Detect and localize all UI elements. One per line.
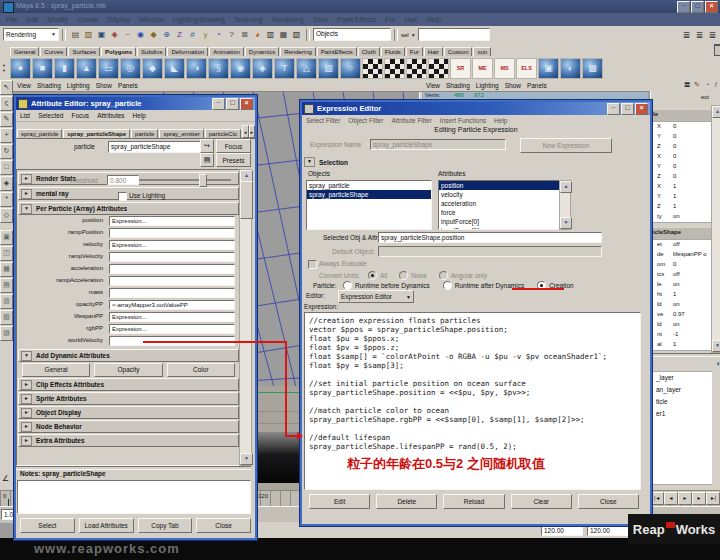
selection-section-header[interactable]: Selection: [304, 156, 504, 168]
convert-units-radio[interactable]: None: [399, 271, 427, 280]
scroll-down-icon[interactable]: ▼: [712, 340, 720, 352]
checker-map-icon-4[interactable]: [428, 58, 449, 79]
attribute-value-field[interactable]: Expression...: [109, 324, 235, 334]
attribute-editor-title-bar[interactable]: Attribute Editor: spray_particle: [16, 97, 255, 110]
shelf-tab[interactable]: PaintEffects: [317, 47, 357, 56]
threshold-slider-handle[interactable]: [199, 174, 207, 187]
construction-history-icon[interactable]: Z: [173, 28, 186, 42]
go-to-end-button[interactable]: ►|: [706, 492, 720, 505]
attribute-value-field[interactable]: [109, 288, 235, 298]
channel-box-menu-fragment[interactable]: ect: [701, 94, 709, 100]
panel-menu-item[interactable]: Panels: [527, 82, 547, 89]
checker-map-icon-2[interactable]: [384, 58, 405, 79]
node-name-field[interactable]: spray_particleShape: [108, 141, 202, 153]
quick-select-input[interactable]: [418, 28, 490, 41]
playback-end-field[interactable]: 120.00: [587, 525, 629, 536]
layer-icon[interactable]: ◐: [716, 359, 720, 368]
attribute-editor-tab[interactable]: spray_emitter: [159, 129, 203, 138]
shelf-tab[interactable]: Fur: [406, 47, 423, 56]
shelf-tab[interactable]: Deformation: [167, 47, 208, 56]
shelf-tab[interactable]: Hair: [424, 47, 443, 56]
channel-row[interactable]: om0: [652, 260, 712, 270]
menu-item[interactable]: Help: [494, 117, 507, 124]
add-dynamic-button[interactable]: General: [22, 363, 90, 377]
single-pane-layout-icon[interactable]: ▣: [0, 230, 13, 245]
threshold-slider[interactable]: [139, 179, 231, 181]
channel-row[interactable]: etoff: [652, 240, 712, 250]
color-wheel-icon[interactable]: ◕: [251, 28, 264, 42]
show-channel-box-icon[interactable]: ≣: [706, 28, 719, 42]
playback-start-field[interactable]: 120.00: [541, 525, 583, 536]
ipr-render-icon[interactable]: ▦: [277, 28, 290, 42]
menu-item[interactable]: Fur: [385, 16, 396, 23]
snap-to-points-icon[interactable]: ◉: [134, 28, 147, 42]
attribute-editor-tab[interactable]: spray_particleShape: [63, 129, 130, 138]
menu-set-selector[interactable]: Rendering ▼: [3, 28, 59, 41]
last-tool-icon[interactable]: ◇: [0, 208, 13, 223]
presets-button[interactable]: Presets: [216, 153, 251, 167]
minimize-button[interactable]: [212, 98, 225, 110]
viewport-right[interactable]: Verts: 486 972: [422, 91, 648, 100]
poly-combine-icon[interactable]: ▧: [318, 58, 339, 79]
menu-item[interactable]: Texturing: [234, 16, 262, 23]
attribute-value-field[interactable]: Expression...: [109, 240, 235, 250]
expression-name-field[interactable]: spray_particleShape: [370, 139, 506, 150]
layer-row[interactable]: an_layer: [652, 384, 712, 396]
multi-layout-icon[interactable]: ▨: [0, 326, 13, 341]
lasso-select-tool-icon[interactable]: ς: [0, 96, 13, 111]
maximize-button[interactable]: [226, 98, 239, 110]
scroll-down-icon[interactable]: ▼: [240, 453, 253, 465]
attribute-list-item[interactable]: inputForce[1]: [439, 226, 559, 230]
play-button[interactable]: ►: [678, 492, 692, 505]
poly-platonic-icon[interactable]: ◈: [252, 58, 273, 79]
channel-row[interactable]: tyon: [652, 212, 712, 222]
expand-arrow-icon[interactable]: [21, 189, 32, 199]
chevron-down-icon[interactable]: ▼: [411, 32, 416, 38]
channel-row[interactable]: Z1: [652, 202, 712, 212]
go-to-start-button[interactable]: |◄: [650, 492, 664, 505]
attribute-value-field[interactable]: <-arrayMapper3.outValuePP: [109, 300, 235, 310]
menu-item[interactable]: List: [20, 112, 30, 119]
particle-mode-radio[interactable]: Runtime before Dynamics: [343, 281, 430, 290]
always-evaluate-checkbox[interactable]: [308, 260, 317, 269]
channel-row[interactable]: Y0: [652, 132, 712, 142]
expand-arrow-icon[interactable]: [21, 422, 32, 432]
attribute-value-field[interactable]: Expression...: [109, 312, 235, 322]
shelf-tab[interactable]: Cloth: [358, 47, 380, 56]
panel-menu-item[interactable]: Shading: [37, 82, 61, 89]
close-button[interactable]: [705, 1, 718, 13]
shelf-tab[interactable]: Animation: [209, 47, 244, 56]
expression-editor-title-bar[interactable]: Expression Editor: [302, 102, 650, 115]
menu-item[interactable]: Help: [133, 112, 146, 119]
snap-to-view-planes-icon[interactable]: ◆: [147, 28, 160, 42]
render-settings-icon[interactable]: ▧: [290, 28, 303, 42]
panel-menu-item[interactable]: Show: [505, 82, 521, 89]
section-header-per-particle[interactable]: Per Particle (Array) Attributes: [18, 202, 239, 215]
expand-arrow-icon[interactable]: [21, 380, 32, 390]
checker-map-icon-1[interactable]: [362, 58, 383, 79]
attribute-value-field[interactable]: Expression...: [109, 216, 235, 226]
paint-effects-icon[interactable]: y: [199, 28, 212, 42]
menu-item[interactable]: Create: [77, 16, 98, 23]
channel-row[interactable]: al1: [652, 340, 712, 350]
channel-row[interactable]: ht1: [652, 290, 712, 300]
object-list-item[interactable]: spray_particleShape: [307, 190, 431, 199]
dialog-button[interactable]: Delete: [376, 494, 437, 509]
poly-cone-icon[interactable]: ▲: [76, 58, 97, 79]
dialog-button[interactable]: Reload: [443, 494, 504, 509]
collapse-arrow-icon[interactable]: [304, 157, 315, 167]
channel-row[interactable]: X1: [652, 182, 712, 192]
use-lighting-checkbox[interactable]: [118, 192, 127, 201]
convert-units-radio[interactable]: All: [368, 271, 387, 280]
show-tool-settings-icon[interactable]: ≣: [693, 28, 706, 42]
focus-button[interactable]: Focus: [216, 139, 251, 153]
channel-row[interactable]: nt-1: [652, 330, 712, 340]
menu-item[interactable]: Select Filter: [306, 117, 340, 124]
dialog-button[interactable]: Close: [196, 518, 251, 533]
pencil-icon[interactable]: ✎: [692, 78, 702, 92]
open-scene-icon[interactable]: ▨: [82, 28, 95, 42]
new-expression-button[interactable]: New Expression: [520, 138, 612, 153]
poly-plane-icon[interactable]: ▭: [98, 58, 119, 79]
mel-script-icon-ms[interactable]: MS: [494, 58, 515, 79]
panel-menu-item[interactable]: Show: [96, 82, 112, 89]
